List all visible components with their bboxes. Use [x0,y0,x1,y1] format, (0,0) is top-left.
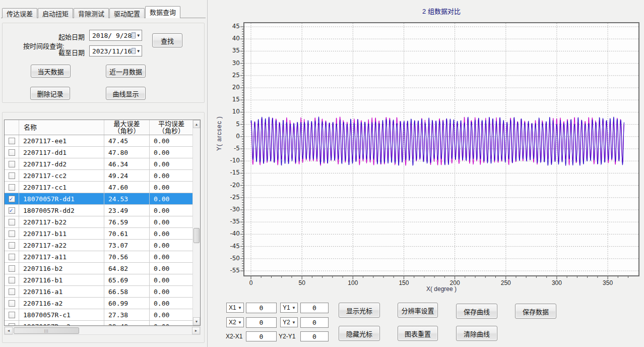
table-row[interactable]: 2207116-b165.690.00 [5,274,193,286]
row-checkbox[interactable] [9,196,15,202]
y-tick-label: -15 [219,169,240,176]
y2-value-field[interactable] [300,317,329,328]
y2-cursor-select[interactable]: Y2 ▼ [280,317,298,327]
table-row[interactable]: 18070057R-c228.480.00 [5,321,193,325]
horizontal-scroll-thumb[interactable]: ||| [14,327,79,334]
cell-name: 2207117-a22 [19,240,104,251]
cell-avg-error: 0.00 [150,147,193,158]
save-curve-button[interactable]: 保存曲线 [456,304,497,319]
last-month-data-button[interactable]: 近一月数据 [106,65,146,78]
row-checkbox[interactable] [9,277,15,283]
chart-plot[interactable] [239,20,641,280]
table-row[interactable]: 2207116-b264.820.00 [5,263,193,274]
y-tick-label: -10 [219,157,240,164]
table-row[interactable]: 18070057R-c127.380.00 [5,309,193,321]
checkbox-cell [5,286,19,297]
tab-item-1[interactable]: 启动扭矩 [38,8,73,18]
table-row[interactable]: 2207117-dd147.800.00 [5,147,193,158]
x2-cursor-select[interactable]: X2 ▼ [226,317,244,327]
header-avg-error[interactable]: 平均误差 （角秒） [150,120,193,135]
tab-item-2[interactable]: 背隙测试 [74,8,109,18]
row-checkbox[interactable] [9,207,15,214]
curve-display-button[interactable]: 曲线显示 [106,87,146,100]
row-checkbox[interactable] [9,161,15,167]
table-row[interactable]: 2207117-a2273.070.00 [5,240,193,251]
table-row[interactable]: 2207117-b1170.610.00 [5,228,193,240]
chart-reset-button[interactable]: 图表重置 [398,326,438,341]
row-checkbox[interactable] [9,288,15,295]
header-name[interactable]: 名称 [19,120,104,135]
today-data-button[interactable]: 当天数据 [31,65,71,78]
tab-item-0[interactable]: 传达误差 [2,8,37,18]
table-row[interactable]: 2207117-dd246.340.00 [5,158,193,170]
row-checkbox[interactable] [9,265,15,272]
x1-value-field[interactable] [246,303,277,313]
y1-value-field[interactable] [300,303,329,313]
calendar-icon[interactable] [132,48,136,54]
row-checkbox[interactable] [9,138,15,144]
calendar-icon[interactable] [132,32,136,38]
start-date-field[interactable]: 2018/ 9/28 ▼ [89,30,142,41]
row-checkbox[interactable] [9,323,15,326]
y-tick-label: -20 [219,182,240,189]
table-row[interactable]: 18070057R-dd124.530.00 [5,193,193,205]
table-row[interactable]: 2207117-cc249.240.00 [5,170,193,182]
chevron-down-icon[interactable]: ▼ [137,49,140,53]
cell-avg-error: 0.00 [150,170,193,181]
cell-avg-error: 0.00 [150,228,193,239]
table-row[interactable]: 2207116-a260.990.00 [5,298,193,309]
x1-cursor-select[interactable]: X1 ▼ [226,303,244,313]
show-cursor-button[interactable]: 显示光标 [339,303,380,318]
row-checkbox[interactable] [9,230,15,237]
y-tick-label: 25 [219,72,240,79]
scroll-up-icon[interactable]: ▲ [193,120,200,128]
cell-max-error: 73.07 [104,240,150,251]
row-checkbox[interactable] [9,184,15,191]
scroll-left-icon[interactable]: ◄ [5,327,13,334]
x2-value-field[interactable] [246,317,277,328]
hide-cursor-button[interactable]: 隐藏光标 [339,326,380,341]
table-row[interactable]: 2207116-a166.580.00 [5,286,193,298]
table-row[interactable]: 2207117-ee147.450.00 [5,135,193,147]
cell-avg-error: 0.00 [150,193,193,204]
chevron-down-icon[interactable]: ▼ [137,33,140,38]
table-row[interactable]: 18070057R-dd223.490.00 [5,205,193,216]
table-row[interactable]: 2207117-a1170.560.00 [5,251,193,263]
cell-max-error: 47.60 [104,182,150,193]
header-max-error[interactable]: 最大误差 （角秒） [104,120,150,135]
horizontal-scrollbar[interactable]: ◄ ||| ► [4,326,201,335]
clear-curve-button[interactable]: 清除曲线 [456,326,497,341]
cell-avg-error: 0.00 [150,286,193,297]
cell-name: 18070057R-dd2 [19,205,104,216]
x-tick-label: 100 [342,279,364,286]
tab-item-4[interactable]: 数据查询 [145,6,180,18]
row-checkbox[interactable] [9,312,15,318]
tab-item-3[interactable]: 驱动配置 [109,8,145,18]
dx-value-field[interactable] [246,331,277,341]
row-checkbox[interactable] [9,149,15,156]
delete-record-button[interactable]: 删除记录 [30,87,70,100]
resolution-settings-button[interactable]: 分辨率设置 [398,303,438,318]
scroll-right-icon[interactable]: ► [192,327,200,334]
row-checkbox[interactable] [9,172,15,179]
scroll-down-icon[interactable]: ▼ [193,317,200,325]
table-row[interactable]: 2207117-cc147.600.00 [5,182,193,193]
results-table: 名称 最大误差 （角秒） 平均误差 （角秒） 2207117-ee147.450… [4,120,201,326]
table-row[interactable]: 2207117-b2276.590.00 [5,216,193,228]
row-checkbox[interactable] [9,242,15,249]
cell-max-error: 65.69 [104,274,150,285]
find-button[interactable]: 查找 [152,33,182,47]
cell-max-error: 66.58 [104,286,150,297]
dx-label: X2-X1 [226,333,242,340]
end-date-field[interactable]: 2023/11/16 ▼ [89,45,142,56]
row-checkbox[interactable] [9,219,15,225]
vertical-scrollbar[interactable]: ▲ ▼ [192,120,200,325]
y1-cursor-select[interactable]: Y1 ▼ [280,303,298,313]
row-checkbox[interactable] [9,254,15,260]
checkbox-cell [5,263,19,274]
dy-value-field[interactable] [300,331,329,341]
save-data-button[interactable]: 保存数据 [515,304,556,319]
row-checkbox[interactable] [9,300,15,307]
y-tick-label: -30 [219,206,240,213]
vertical-scroll-thumb[interactable] [194,228,200,243]
